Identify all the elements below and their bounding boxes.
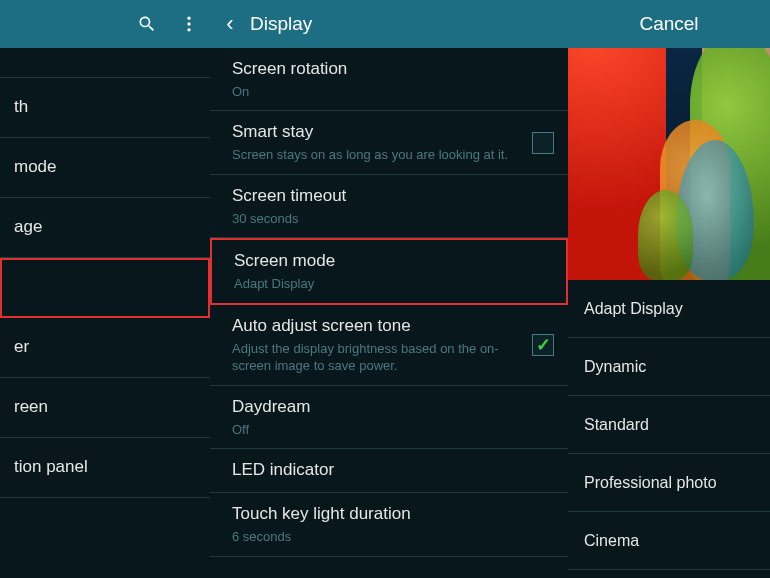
screen-mode-panel: Cancel Adapt Display Dynamic Standard Pr…	[568, 0, 770, 578]
search-icon[interactable]	[126, 0, 168, 48]
left-item-6[interactable]: tion panel	[0, 438, 210, 498]
header-left	[0, 0, 210, 48]
left-item-2[interactable]: age	[0, 198, 210, 258]
item-label: Auto adjust screen tone	[232, 315, 518, 338]
item-label: Daydream	[232, 396, 552, 419]
option-adapt-display[interactable]: Adapt Display	[568, 280, 770, 338]
svg-point-2	[187, 28, 190, 31]
item-smart-stay[interactable]: Smart stay Screen stays on as long as yo…	[210, 111, 568, 174]
item-label: Screen mode	[234, 250, 550, 273]
header-screen-mode: Cancel	[568, 0, 770, 48]
item-touch-key-duration[interactable]: Touch key light duration 6 seconds	[210, 493, 568, 556]
left-item-1[interactable]: mode	[0, 138, 210, 198]
item-sub: Off	[232, 421, 552, 439]
left-item-0[interactable]: th	[0, 78, 210, 138]
more-icon[interactable]	[168, 0, 210, 48]
display-settings-panel: ‹ Display Screen rotation On Smart stay …	[210, 0, 568, 578]
left-item-4[interactable]: er	[0, 318, 210, 378]
item-label: Screen timeout	[232, 185, 552, 208]
left-item-highlighted[interactable]	[0, 258, 210, 318]
checkbox-smart-stay[interactable]	[532, 132, 554, 154]
item-label: Touch key light duration	[232, 503, 552, 526]
option-dynamic[interactable]: Dynamic	[568, 338, 770, 396]
display-list: Screen rotation On Smart stay Screen sta…	[210, 48, 568, 578]
svg-point-1	[187, 22, 190, 25]
item-screen-mode[interactable]: Screen mode Adapt Display	[210, 238, 568, 304]
item-label: LED indicator	[232, 459, 552, 482]
item-sub: 6 seconds	[232, 528, 552, 546]
option-professional-photo[interactable]: Professional photo	[568, 454, 770, 512]
item-daydream[interactable]: Daydream Off	[210, 386, 568, 449]
left-item-label: reen	[14, 396, 196, 419]
item-sub: 30 seconds	[232, 210, 552, 228]
left-item-5[interactable]: reen	[0, 378, 210, 438]
left-item-label: mode	[14, 156, 196, 179]
back-icon[interactable]: ‹	[210, 0, 250, 48]
cancel-button[interactable]: Cancel	[568, 13, 770, 35]
checkbox-auto-adjust[interactable]	[532, 334, 554, 356]
item-sub: Screen stays on as long as you are looki…	[232, 146, 518, 164]
item-sub: Adjust the display brightness based on t…	[232, 340, 518, 375]
item-led-indicator[interactable]: LED indicator	[210, 449, 568, 493]
item-auto-adjust-tone[interactable]: Auto adjust screen tone Adjust the displ…	[210, 305, 568, 386]
item-label: Smart stay	[232, 121, 518, 144]
header-display: ‹ Display	[210, 0, 568, 48]
item-screen-rotation[interactable]: Screen rotation On	[210, 48, 568, 111]
left-list: th mode age er reen tion panel	[0, 48, 210, 578]
left-item-label: th	[14, 96, 196, 119]
item-label: Screen rotation	[232, 58, 552, 81]
mode-options: Adapt Display Dynamic Standard Professio…	[568, 280, 770, 578]
left-item-label: tion panel	[14, 456, 196, 479]
left-item-label: er	[14, 336, 196, 359]
item-sub: On	[232, 83, 552, 101]
svg-point-0	[187, 17, 190, 20]
item-screen-timeout[interactable]: Screen timeout 30 seconds	[210, 175, 568, 238]
option-standard[interactable]: Standard	[568, 396, 770, 454]
left-item-label: age	[14, 216, 196, 239]
preview-image	[568, 48, 770, 280]
item-sub: Adapt Display	[234, 275, 550, 293]
header-title: Display	[250, 13, 568, 35]
option-cinema[interactable]: Cinema	[568, 512, 770, 570]
settings-panel-left: th mode age er reen tion panel	[0, 0, 210, 578]
